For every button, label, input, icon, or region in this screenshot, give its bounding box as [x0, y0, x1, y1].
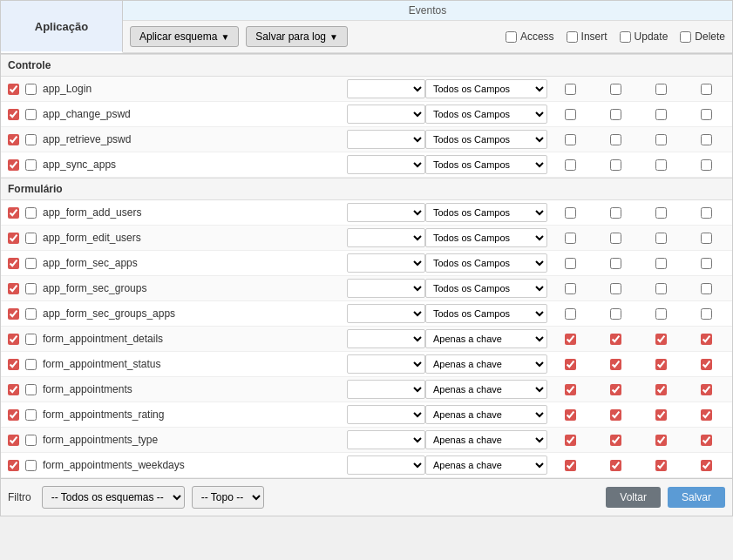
- dropdown2-select[interactable]: Todos os CamposApenas a chave: [425, 130, 547, 149]
- event-access-checkbox[interactable]: [565, 308, 576, 320]
- row-check1[interactable]: [8, 359, 19, 370]
- event-insert-checkbox[interactable]: [610, 283, 621, 294]
- dropdown2-select[interactable]: Todos os CamposApenas a chave: [425, 105, 547, 124]
- dropdown1-select[interactable]: [347, 279, 425, 298]
- apply-schema-button[interactable]: Aplicar esquema ▼: [130, 26, 239, 47]
- event-update-checkbox[interactable]: [655, 109, 667, 120]
- dropdown1-select[interactable]: [347, 155, 425, 174]
- update-checkbox[interactable]: [620, 31, 631, 43]
- event-access-checkbox[interactable]: [565, 460, 576, 471]
- event-update-checkbox[interactable]: [655, 308, 667, 320]
- event-delete-checkbox[interactable]: [701, 308, 712, 320]
- event-update-checkbox[interactable]: [655, 460, 667, 471]
- event-update-checkbox[interactable]: [655, 233, 667, 244]
- event-delete-checkbox[interactable]: [701, 359, 712, 370]
- event-access-checkbox[interactable]: [565, 359, 576, 370]
- delete-checkbox[interactable]: [680, 31, 691, 43]
- row-check2[interactable]: [25, 159, 37, 171]
- event-update-checkbox[interactable]: [655, 384, 667, 395]
- row-check2[interactable]: [25, 334, 37, 345]
- row-check1[interactable]: [8, 460, 19, 471]
- event-delete-checkbox[interactable]: [701, 283, 712, 294]
- event-access-checkbox[interactable]: [565, 84, 576, 95]
- voltar-button[interactable]: Voltar: [606, 487, 661, 508]
- row-check2[interactable]: [25, 233, 37, 244]
- row-check2[interactable]: [25, 359, 37, 370]
- row-check1[interactable]: [8, 308, 19, 320]
- dropdown1-select[interactable]: [347, 304, 425, 323]
- event-delete-checkbox[interactable]: [701, 134, 712, 145]
- dropdown2-select[interactable]: Todos os CamposApenas a chave: [425, 304, 547, 323]
- event-access-checkbox[interactable]: [565, 409, 576, 421]
- insert-checkbox[interactable]: [567, 31, 578, 43]
- row-check2[interactable]: [25, 409, 37, 421]
- event-access-checkbox[interactable]: [565, 384, 576, 395]
- event-access-checkbox[interactable]: [565, 159, 576, 171]
- dropdown2-select[interactable]: Todos os CamposApenas a chave: [425, 279, 547, 298]
- event-access-checkbox[interactable]: [565, 134, 576, 145]
- event-update-checkbox[interactable]: [655, 283, 667, 294]
- event-insert-checkbox[interactable]: [610, 409, 621, 421]
- dropdown2-select[interactable]: Apenas a chaveTodos os Campos: [425, 430, 547, 449]
- row-check2[interactable]: [25, 134, 37, 145]
- event-insert-checkbox[interactable]: [610, 207, 621, 219]
- event-update-checkbox[interactable]: [655, 334, 667, 345]
- row-check2[interactable]: [25, 283, 37, 294]
- event-update-checkbox[interactable]: [655, 409, 667, 421]
- dropdown1-select[interactable]: [347, 380, 425, 399]
- event-insert-checkbox[interactable]: [610, 359, 621, 370]
- dropdown2-select[interactable]: Apenas a chaveTodos os Campos: [425, 455, 547, 475]
- event-delete-checkbox[interactable]: [701, 159, 712, 171]
- dropdown1-select[interactable]: [347, 405, 425, 424]
- dropdown2-select[interactable]: Todos os CamposApenas a chave: [425, 228, 547, 247]
- event-delete-checkbox[interactable]: [701, 233, 712, 244]
- dropdown2-select[interactable]: Apenas a chaveTodos os Campos: [425, 354, 547, 374]
- row-check1[interactable]: [8, 409, 19, 421]
- row-check1[interactable]: [8, 84, 19, 95]
- event-insert-checkbox[interactable]: [610, 334, 621, 345]
- event-insert-checkbox[interactable]: [610, 308, 621, 320]
- event-insert-checkbox[interactable]: [610, 159, 621, 171]
- dropdown2-select[interactable]: Todos os CamposApenas a chave: [425, 253, 547, 273]
- save-log-button[interactable]: Salvar para log ▼: [246, 26, 348, 47]
- row-check2[interactable]: [25, 308, 37, 320]
- event-update-checkbox[interactable]: [655, 134, 667, 145]
- row-check2[interactable]: [25, 84, 37, 95]
- event-insert-checkbox[interactable]: [610, 109, 621, 120]
- row-check1[interactable]: [8, 283, 19, 294]
- dropdown2-select[interactable]: Todos os CamposApenas a chave: [425, 155, 547, 174]
- event-update-checkbox[interactable]: [655, 435, 667, 446]
- dropdown2-select[interactable]: Apenas a chaveTodos os Campos: [425, 405, 547, 424]
- event-delete-checkbox[interactable]: [701, 84, 712, 95]
- dropdown2-select[interactable]: Apenas a chaveTodos os Campos: [425, 380, 547, 399]
- event-access-checkbox[interactable]: [565, 258, 576, 269]
- row-check1[interactable]: [8, 134, 19, 145]
- row-check1[interactable]: [8, 435, 19, 446]
- dropdown1-select[interactable]: [347, 130, 425, 149]
- event-delete-checkbox[interactable]: [701, 334, 712, 345]
- access-checkbox[interactable]: [506, 31, 517, 43]
- row-check2[interactable]: [25, 109, 37, 120]
- dropdown1-select[interactable]: [347, 79, 425, 98]
- row-check1[interactable]: [8, 207, 19, 219]
- row-check2[interactable]: [25, 435, 37, 446]
- event-delete-checkbox[interactable]: [701, 207, 712, 219]
- event-delete-checkbox[interactable]: [701, 435, 712, 446]
- row-check1[interactable]: [8, 334, 19, 345]
- event-access-checkbox[interactable]: [565, 109, 576, 120]
- event-insert-checkbox[interactable]: [610, 84, 621, 95]
- event-insert-checkbox[interactable]: [610, 134, 621, 145]
- dropdown1-select[interactable]: [347, 455, 425, 475]
- row-check1[interactable]: [8, 109, 19, 120]
- dropdown1-select[interactable]: [347, 354, 425, 374]
- event-insert-checkbox[interactable]: [610, 258, 621, 269]
- dropdown2-select[interactable]: Todos os CamposApenas a chave: [425, 79, 547, 98]
- event-access-checkbox[interactable]: [565, 435, 576, 446]
- event-insert-checkbox[interactable]: [610, 384, 621, 395]
- row-check1[interactable]: [8, 233, 19, 244]
- dropdown1-select[interactable]: [347, 203, 425, 222]
- event-delete-checkbox[interactable]: [701, 409, 712, 421]
- event-update-checkbox[interactable]: [655, 159, 667, 171]
- row-check1[interactable]: [8, 384, 19, 395]
- event-update-checkbox[interactable]: [655, 84, 667, 95]
